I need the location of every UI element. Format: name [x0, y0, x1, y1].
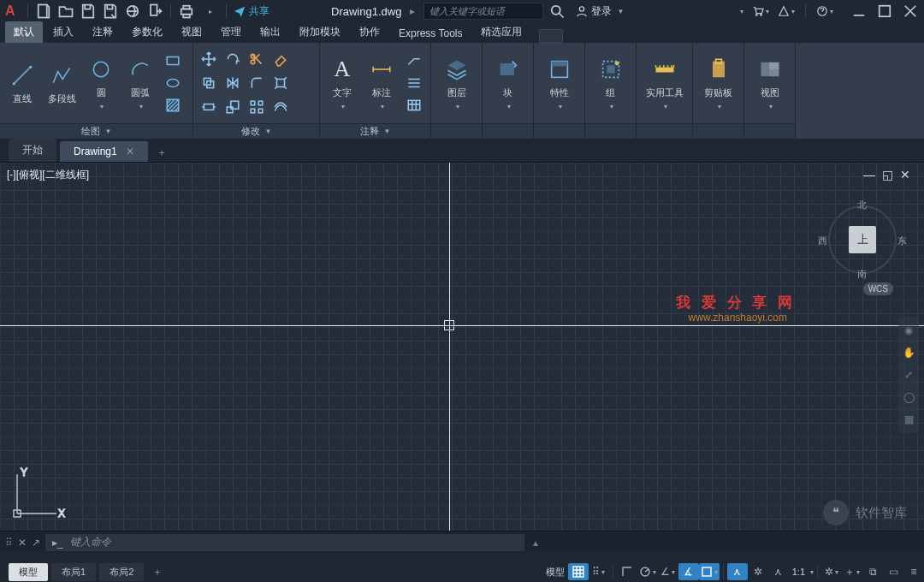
wcs-badge[interactable]: WCS — [863, 282, 893, 295]
transparency-icon[interactable]: ✲ — [748, 563, 768, 580]
erase-icon[interactable] — [270, 49, 291, 69]
vp-close-icon[interactable]: ✕ — [900, 168, 910, 181]
text-button[interactable]: A文字▾ — [325, 46, 359, 120]
qat-more-icon[interactable]: ▸ — [202, 3, 219, 20]
hatch-icon[interactable] — [163, 95, 183, 116]
pan-icon[interactable]: ✋ — [900, 344, 917, 361]
rect-icon[interactable] — [163, 50, 183, 71]
polar-icon[interactable]: ▾ — [637, 563, 658, 580]
close-icon[interactable] — [902, 3, 919, 20]
tab-output[interactable]: 输出 — [252, 21, 289, 43]
tab-model[interactable]: 模型 — [9, 563, 48, 581]
tab-annotate[interactable]: 注释 — [84, 21, 121, 43]
gear-icon[interactable]: ✲▾ — [821, 563, 842, 580]
scale-icon[interactable] — [222, 97, 243, 117]
viewport-label[interactable]: [-][俯视][二维线框] — [7, 168, 89, 182]
stretch-icon[interactable] — [198, 97, 219, 117]
move-icon[interactable] — [198, 49, 219, 69]
utilities-button[interactable]: 实用工具▾ — [642, 46, 687, 120]
block-button[interactable]: 块▾ — [491, 46, 525, 120]
save-icon[interactable] — [80, 3, 97, 20]
properties-button[interactable]: 特性▾ — [542, 46, 577, 120]
tab-start[interactable]: 开始 — [9, 139, 56, 162]
minimize-icon[interactable] — [850, 3, 868, 20]
cmd-close-icon[interactable]: ✕ — [18, 537, 27, 549]
line-button[interactable]: 直线 — [5, 46, 39, 120]
search-icon[interactable] — [548, 3, 566, 20]
fillet-icon[interactable] — [246, 73, 267, 93]
status-scale[interactable]: 1:1 — [789, 567, 808, 577]
tab-layout2[interactable]: 布局2 — [99, 563, 144, 581]
new-icon[interactable] — [35, 3, 52, 20]
tab-featured[interactable]: 精选应用 — [472, 21, 530, 43]
leader-icon[interactable] — [404, 50, 424, 71]
tab-view[interactable]: 视图 — [173, 21, 210, 43]
vp-restore-icon[interactable]: ◱ — [882, 168, 893, 181]
customize-icon[interactable]: ≡ — [903, 563, 924, 580]
tab-layout1[interactable]: 布局1 — [51, 563, 96, 581]
lineweight-icon[interactable]: ⋏ — [727, 563, 748, 580]
isodraft-icon[interactable]: ∠▾ — [658, 563, 678, 580]
cycling-icon[interactable]: ⋏ — [768, 563, 789, 580]
print-icon[interactable] — [178, 3, 195, 20]
snap-toggle-icon[interactable]: ⠿▾ — [589, 563, 609, 580]
table-icon[interactable] — [404, 95, 424, 116]
iso-view-icon[interactable]: ＋▾ — [842, 563, 862, 580]
clipboard-button[interactable]: 剪贴板▾ — [702, 46, 736, 120]
search-input[interactable]: 键入关键字或短语 — [424, 3, 543, 20]
open-icon[interactable] — [57, 3, 74, 20]
export-icon[interactable] — [146, 3, 163, 20]
viewcube[interactable]: 上 北 南 西 东 — [823, 200, 902, 279]
close-tab-icon[interactable]: ✕ — [126, 146, 134, 157]
clean-screen-icon[interactable]: ▭ — [883, 563, 903, 580]
showmotion-icon[interactable]: ▦ — [900, 411, 917, 428]
tab-parametric[interactable]: 参数化 — [123, 21, 171, 43]
copy-icon[interactable] — [198, 73, 219, 93]
view-button[interactable]: 视图▾ — [753, 46, 787, 120]
layer-button[interactable]: 图层▾ — [440, 46, 474, 120]
polyline-button[interactable]: 多段线 — [44, 46, 79, 120]
tab-collab[interactable]: 协作 — [351, 21, 388, 43]
ribbon-toggle[interactable] — [539, 29, 563, 43]
panel-modify-title[interactable]: 修改 ▼ — [193, 123, 319, 139]
help-icon[interactable]: ▾ — [816, 3, 833, 20]
mirror-icon[interactable] — [222, 73, 243, 93]
vp-minimize-icon[interactable]: — — [863, 168, 875, 181]
maximize-icon[interactable] — [876, 3, 893, 20]
circle-button[interactable]: 圆▾ — [84, 46, 118, 120]
group-button[interactable]: 组▾ — [594, 46, 628, 120]
panel-annot-title[interactable]: 注释 ▼ — [320, 123, 430, 139]
login-button[interactable]: 登录 ▼ — [576, 4, 624, 19]
new-tab-icon[interactable]: ＋ — [151, 143, 172, 162]
tab-addons[interactable]: 附加模块 — [291, 21, 349, 43]
tab-drawing1[interactable]: Drawing1✕ — [60, 141, 148, 162]
cmd-recent-icon[interactable]: ↗ — [32, 537, 40, 549]
status-model[interactable]: 模型 — [542, 566, 568, 579]
nav-wheel-icon[interactable]: ◉ — [900, 322, 917, 339]
cart-icon[interactable]: ▾ — [752, 3, 769, 20]
tab-express[interactable]: Express Tools — [390, 24, 471, 43]
array-icon[interactable] — [246, 97, 267, 117]
offset-icon[interactable] — [270, 97, 291, 117]
rotate-icon[interactable] — [222, 49, 243, 69]
osnap-icon[interactable]: ∡ — [678, 563, 699, 580]
tab-manage[interactable]: 管理 — [212, 21, 250, 43]
grid-toggle-icon[interactable] — [568, 563, 589, 580]
orbit-icon[interactable]: ◯ — [900, 389, 917, 406]
viewcube-top[interactable]: 上 — [849, 226, 876, 253]
arc-button[interactable]: 圆弧▾ — [123, 46, 157, 120]
mleader-icon[interactable] — [404, 73, 424, 93]
share-button[interactable]: 共享 — [234, 4, 270, 19]
command-input[interactable]: ▸_ 键入命令 — [45, 534, 524, 551]
ellipse-icon[interactable] — [163, 73, 183, 93]
tab-default[interactable]: 默认 — [5, 21, 43, 43]
saveas-icon[interactable] — [102, 3, 119, 20]
explode-icon[interactable] — [270, 73, 291, 93]
ortho-icon[interactable] — [617, 563, 637, 580]
add-layout-icon[interactable]: ＋ — [147, 562, 168, 581]
trim-icon[interactable] — [246, 49, 267, 69]
otrack-icon[interactable]: ▾ — [699, 563, 720, 580]
autodesk-icon[interactable]: ▾ — [778, 3, 795, 20]
app-logo[interactable]: A — [5, 3, 21, 19]
drawing-area[interactable]: [-][俯视][二维线框] — ◱ ✕ 我 爱 分 享 网 www.zhansh… — [0, 163, 924, 531]
